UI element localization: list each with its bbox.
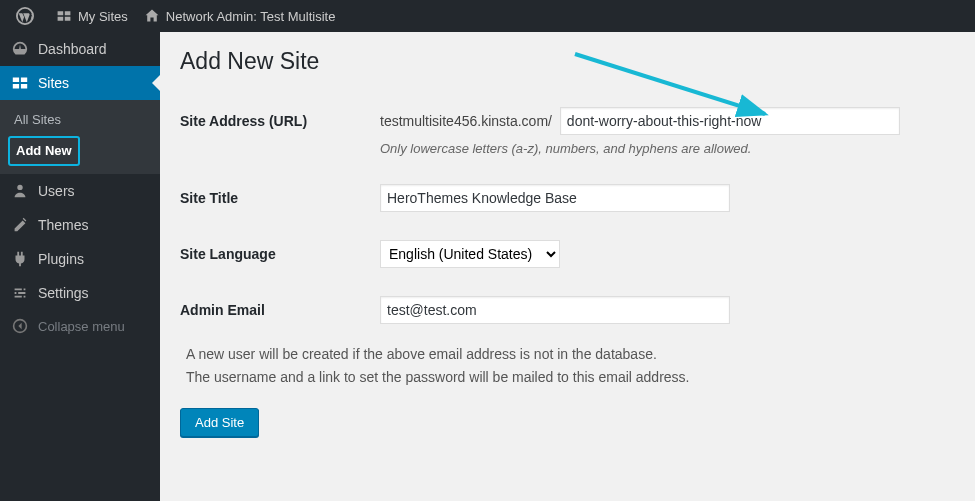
sites-icon	[10, 74, 30, 92]
admin-email-input[interactable]	[380, 296, 730, 324]
menu-themes-label: Themes	[38, 216, 89, 234]
email-notice: A new user will be created if the above …	[180, 344, 955, 388]
menu-users[interactable]: Users	[0, 174, 160, 208]
menu-sites-label: Sites	[38, 74, 69, 92]
collapse-icon	[10, 318, 30, 334]
menu-plugins-label: Plugins	[38, 250, 84, 268]
menu-dashboard-label: Dashboard	[38, 40, 107, 58]
home-icon	[144, 8, 160, 24]
admin-bar: My Sites Network Admin: Test Multisite	[0, 0, 975, 32]
network-admin-link[interactable]: Network Admin: Test Multisite	[136, 0, 344, 32]
label-site-title: Site Title	[180, 170, 380, 226]
email-notice-line1: A new user will be created if the above …	[186, 344, 955, 365]
menu-themes[interactable]: Themes	[0, 208, 160, 242]
site-title-input[interactable]	[380, 184, 730, 212]
submenu-all-sites[interactable]: All Sites	[0, 106, 160, 134]
multisite-icon	[56, 8, 72, 24]
label-site-language: Site Language	[180, 226, 380, 282]
add-site-button[interactable]: Add Site	[180, 408, 259, 437]
menu-dashboard[interactable]: Dashboard	[0, 32, 160, 66]
site-language-select[interactable]: English (United States)	[380, 240, 560, 268]
collapse-label: Collapse menu	[38, 319, 125, 334]
content-area: Add New Site Site Address (URL) testmult…	[160, 32, 975, 501]
form-table: Site Address (URL) testmultisite456.kins…	[180, 93, 955, 338]
site-address-prefix: testmultisite456.kinsta.com/	[380, 113, 552, 129]
admin-menu: Dashboard Sites All Sites Add New Users …	[0, 32, 160, 501]
my-sites-label: My Sites	[78, 9, 128, 24]
settings-icon	[10, 284, 30, 302]
wp-logo[interactable]	[8, 0, 48, 32]
svg-point-1	[17, 185, 22, 190]
menu-sites[interactable]: Sites	[0, 66, 160, 100]
page-title: Add New Site	[180, 48, 955, 75]
site-address-hint: Only lowercase letters (a-z), numbers, a…	[380, 141, 945, 156]
email-notice-line2: The username and a link to set the passw…	[186, 367, 955, 388]
site-address-input[interactable]	[560, 107, 900, 135]
submenu-sites: All Sites Add New	[0, 100, 160, 174]
dashboard-icon	[10, 40, 30, 58]
collapse-menu[interactable]: Collapse menu	[0, 310, 160, 342]
menu-settings[interactable]: Settings	[0, 276, 160, 310]
users-icon	[10, 182, 30, 200]
menu-settings-label: Settings	[38, 284, 89, 302]
my-sites-link[interactable]: My Sites	[48, 0, 136, 32]
themes-icon	[10, 216, 30, 234]
plugins-icon	[10, 250, 30, 268]
network-admin-label: Network Admin: Test Multisite	[166, 9, 336, 24]
menu-users-label: Users	[38, 182, 75, 200]
menu-plugins[interactable]: Plugins	[0, 242, 160, 276]
label-site-address: Site Address (URL)	[180, 93, 380, 170]
submenu-add-new[interactable]: Add New	[8, 136, 80, 166]
wordpress-icon	[16, 7, 34, 25]
label-admin-email: Admin Email	[180, 282, 380, 338]
